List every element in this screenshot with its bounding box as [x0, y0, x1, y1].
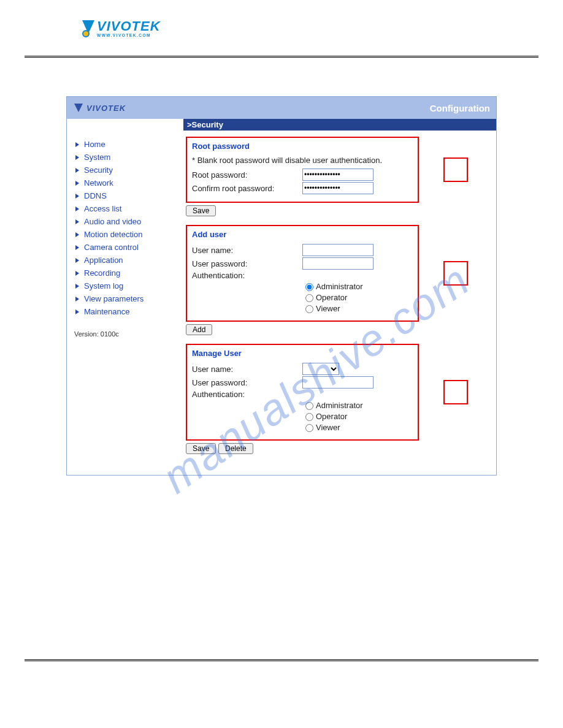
manage-user-password-input[interactable]	[302, 376, 373, 389]
nav-maintenance[interactable]: Maintenance	[74, 305, 178, 318]
svg-marker-8	[75, 207, 79, 211]
sidebar: Home System Security Network	[67, 131, 183, 475]
arrow-right-icon	[74, 232, 80, 238]
nav-home[interactable]: Home	[74, 138, 178, 151]
nav-view-parameters[interactable]: View parameters	[74, 292, 178, 305]
arrow-right-icon	[74, 142, 80, 148]
svg-point-1	[83, 31, 89, 37]
manage-user-panel: Manage User User name: User password: Au…	[186, 344, 419, 441]
nav-system[interactable]: System	[74, 151, 178, 164]
svg-marker-11	[75, 245, 79, 250]
add-user-role-administrator-radio[interactable]	[305, 283, 313, 291]
nav-application[interactable]: Application	[74, 254, 178, 267]
svg-marker-13	[75, 271, 79, 276]
divider-top	[25, 56, 538, 59]
app-header: VIVOTEK Configuration	[67, 97, 496, 119]
delete-manage-user-button[interactable]: Delete	[218, 443, 253, 454]
manage-user-name-label: User name:	[192, 365, 302, 374]
arrow-right-icon	[74, 309, 80, 315]
manage-user-name-select[interactable]	[302, 363, 339, 375]
nav-network[interactable]: Network	[74, 176, 178, 189]
root-password-label: Root password:	[192, 170, 302, 180]
add-user-auth-label: Authentication:	[192, 271, 302, 280]
divider-bottom	[25, 659, 538, 663]
nav-label: Motion detection	[84, 230, 142, 239]
add-user-role-viewer-radio[interactable]	[305, 305, 313, 313]
arrow-right-icon	[74, 219, 80, 225]
role-label: Viewer	[316, 304, 340, 313]
nav-audio-video[interactable]: Audio and video	[74, 215, 178, 228]
nav-motion-detection[interactable]: Motion detection	[74, 228, 178, 241]
save-manage-user-button[interactable]: Save	[186, 443, 216, 454]
nav-label: Maintenance	[84, 307, 129, 316]
nav-label: Security	[84, 165, 113, 175]
add-user-password-input[interactable]	[302, 257, 373, 270]
add-user-name-label: User name:	[192, 246, 302, 255]
nav-label: Camera control	[84, 243, 139, 252]
arrow-right-icon	[74, 283, 80, 289]
nav-label: Application	[84, 256, 123, 265]
arrow-right-icon	[74, 154, 80, 161]
arrow-right-icon	[74, 193, 80, 199]
add-user-role-operator-radio[interactable]	[305, 294, 313, 302]
nav-ddns[interactable]: DDNS	[74, 189, 178, 202]
camera-icon	[80, 19, 97, 37]
app-logo-text: VIVOTEK	[86, 104, 126, 113]
save-root-password-button[interactable]: Save	[186, 205, 216, 216]
nav-label: DDNS	[84, 191, 107, 200]
arrow-right-icon	[74, 270, 80, 276]
svg-marker-16	[75, 309, 79, 314]
manage-user-role-administrator-radio[interactable]	[305, 402, 313, 410]
svg-marker-9	[75, 219, 79, 224]
nav-security[interactable]: Security	[74, 164, 178, 176]
root-password-note: * Blank root password will disable user …	[192, 156, 413, 165]
root-password-legend: Root password	[192, 142, 413, 151]
brand-logo: VIVOTEK WWW.VIVOTEK.COM	[80, 18, 538, 37]
nav-label: System log	[84, 281, 123, 290]
app-frame: VIVOTEK Configuration >Security Home Sys…	[66, 96, 497, 476]
svg-marker-15	[75, 297, 79, 301]
svg-marker-14	[75, 284, 79, 289]
annotation-square	[443, 261, 468, 286]
annotation-square	[443, 157, 468, 182]
svg-marker-4	[75, 155, 79, 160]
nav-label: Audio and video	[84, 217, 141, 226]
nav-label: Access list	[84, 204, 121, 213]
nav-recording[interactable]: Recording	[74, 267, 178, 279]
add-user-legend: Add user	[192, 230, 413, 239]
add-user-name-input[interactable]	[302, 244, 373, 256]
svg-marker-5	[75, 168, 79, 173]
root-password-input[interactable]	[302, 169, 373, 181]
svg-marker-3	[75, 142, 79, 147]
role-label: Administrator	[316, 401, 363, 410]
add-user-panel: Add user User name: User password: Authe…	[186, 225, 419, 322]
confirm-root-password-input[interactable]	[302, 182, 373, 194]
role-label: Viewer	[316, 423, 340, 432]
annotation-square	[443, 380, 468, 404]
section-title: >Security	[183, 119, 496, 131]
svg-marker-10	[75, 232, 79, 237]
nav-label: System	[84, 153, 110, 162]
version-label: Version: 0100c	[74, 330, 178, 338]
nav-label: Home	[84, 140, 105, 149]
arrow-right-icon	[74, 167, 80, 173]
role-label: Administrator	[316, 282, 363, 291]
role-label: Operator	[316, 293, 347, 302]
manage-user-auth-label: Authentication:	[192, 390, 302, 399]
add-user-button[interactable]: Add	[186, 324, 212, 335]
manage-user-role-viewer-radio[interactable]	[305, 424, 313, 432]
nav-camera-control[interactable]: Camera control	[74, 241, 178, 254]
add-user-password-label: User password:	[192, 259, 302, 268]
nav-access-list[interactable]: Access list	[74, 202, 178, 215]
arrow-right-icon	[74, 296, 80, 302]
nav-system-log[interactable]: System log	[74, 279, 178, 292]
nav-label: Network	[84, 178, 113, 188]
manage-user-role-operator-radio[interactable]	[305, 413, 313, 421]
arrow-right-icon	[74, 257, 80, 264]
svg-marker-2	[74, 104, 83, 112]
svg-marker-12	[75, 258, 79, 263]
svg-marker-7	[75, 194, 79, 199]
app-logo: VIVOTEK	[73, 102, 126, 113]
manage-user-legend: Manage User	[192, 349, 413, 358]
main-content: Root password * Blank root password will…	[183, 131, 496, 475]
